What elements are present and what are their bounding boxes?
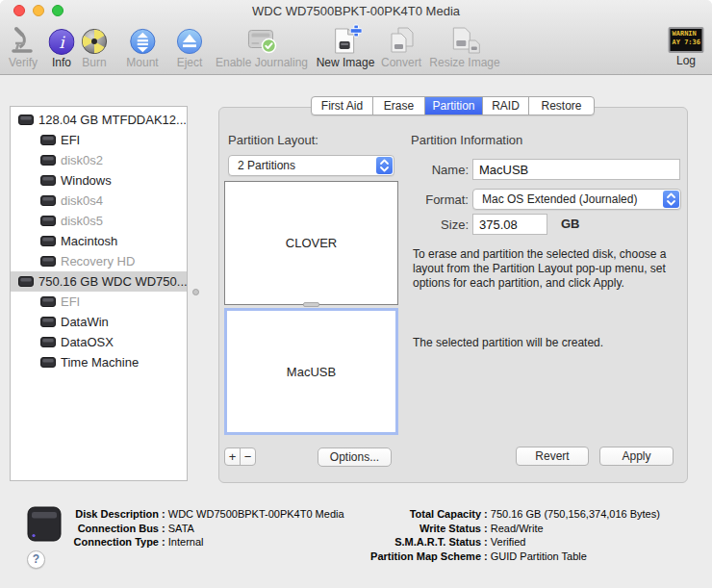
resize-image-icon: [429, 25, 499, 55]
tab-restore[interactable]: Restore: [528, 97, 594, 115]
add-partition-button[interactable]: +: [224, 447, 241, 466]
disk-info-row: Connection Bus : SATA: [0, 523, 344, 537]
tab-first-aid[interactable]: First Aid: [312, 97, 372, 115]
disk-info-label: Disk Description: [0, 508, 159, 523]
sidebar-item-efi[interactable]: EFI: [11, 130, 187, 150]
partition-resize-handle[interactable]: [303, 302, 319, 307]
toolbar-button-label: Mount: [126, 56, 158, 69]
revert-button[interactable]: Revert: [516, 447, 589, 466]
disk-icon: [18, 115, 34, 125]
toolbar-button-label: Convert: [381, 56, 421, 69]
disk-icon: [40, 216, 56, 226]
toolbar-convert-button[interactable]: Convert: [381, 25, 421, 69]
disk-info-label: Connection Type: [0, 536, 159, 550]
log-icon-text-line1: WARNIN: [673, 30, 700, 38]
mount-icon: [126, 25, 158, 55]
disk-info-separator: :: [159, 508, 168, 523]
partition-box-top[interactable]: CLOVER: [224, 181, 398, 305]
sidebar-item-disk0s2[interactable]: disk0s2: [11, 150, 187, 170]
toolbar-burn-button[interactable]: Burn: [81, 25, 108, 69]
tab-raid[interactable]: RAID: [482, 97, 528, 115]
partition-layout-select[interactable]: 2 Partitions: [228, 155, 394, 176]
apply-button[interactable]: Apply: [599, 447, 674, 466]
tab-bar: First AidErasePartitionRAIDRestore: [311, 96, 595, 115]
toolbar-enable-journaling-button[interactable]: Enable Journaling: [216, 25, 308, 69]
sidebar-item-label: EFI: [61, 133, 80, 147]
disk-info-value: Read/Write: [491, 523, 544, 537]
toolbar-button-label: Verify: [9, 56, 38, 69]
sidebar-item-windows[interactable]: Windows: [11, 170, 187, 191]
sidebar-item-datawin[interactable]: DataWin: [11, 312, 187, 332]
log-console-icon: WARNIN AY 7:36: [669, 27, 704, 53]
disk-info-row: Connection Type : Internal: [0, 536, 344, 550]
disk-info-value: 750.16 GB (750,156,374,016 Bytes): [491, 508, 660, 523]
tab-label: RAID: [492, 99, 520, 113]
format-label: Format:: [401, 192, 469, 207]
toolbar-log-label: Log: [669, 54, 704, 67]
sidebar-item-label: Macintosh: [61, 234, 117, 248]
disk-info-label: Total Capacity: [298, 508, 481, 523]
convert-icon: [381, 25, 421, 55]
sidebar-item-macintosh[interactable]: Macintosh: [11, 231, 187, 251]
toolbar-info-button[interactable]: iInfo: [49, 25, 75, 69]
toolbar-button-label: Info: [49, 56, 75, 69]
disk-info-value: SATA: [168, 523, 194, 537]
tab-label: Partition: [432, 99, 474, 113]
sidebar-item-disk0s5[interactable]: disk0s5: [11, 211, 187, 231]
sidebar-item-128-04-gb-mtfddak12[interactable]: 128.04 GB MTFDDAK12...: [11, 110, 187, 130]
sidebar-item-efi[interactable]: EFI: [11, 292, 187, 312]
journaling-icon: [216, 25, 308, 55]
toolbar-button-label: New Image: [317, 56, 375, 69]
disk-info-label: Connection Bus: [0, 523, 159, 537]
partition-name: CLOVER: [286, 236, 337, 250]
pane-splitter-handle[interactable]: [192, 289, 199, 295]
toolbar-verify-button[interactable]: Verify: [9, 25, 38, 69]
partition-size-input[interactable]: 375.08: [472, 214, 547, 235]
sidebar-item-label: DataWin: [61, 315, 109, 329]
disk-info-separator: :: [481, 508, 491, 523]
sidebar-item-recovery-hd[interactable]: Recovery HD: [11, 251, 187, 271]
sidebar-item-label: disk0s2: [61, 153, 103, 167]
help-button[interactable]: ?: [27, 550, 45, 569]
toolbar-resize-image-button[interactable]: Resize Image: [429, 25, 499, 69]
tab-partition[interactable]: Partition: [424, 97, 482, 115]
toolbar-button-label: Eject: [176, 56, 203, 69]
toolbar-eject-button[interactable]: Eject: [176, 25, 203, 69]
sidebar-item-label: 750.16 GB WDC WD750...: [38, 274, 188, 289]
name-label: Name:: [401, 163, 469, 177]
disk-info-label: S.M.A.R.T. Status: [298, 536, 481, 550]
disk-icon: [18, 276, 34, 287]
stepper-icon: [663, 191, 679, 208]
sidebar-item-label: 128.04 GB MTFDDAK12...: [38, 113, 187, 127]
partition-layout-value: 2 Partitions: [238, 156, 295, 175]
partition-status-text: The selected partition will be created.: [413, 336, 676, 349]
size-label: Size:: [401, 217, 469, 232]
disk-icon: [40, 296, 56, 307]
disk-info-row: Disk Description : WDC WD7500BPKT-00PK4T…: [0, 508, 344, 523]
format-select[interactable]: Mac OS Extended (Journaled): [472, 189, 681, 210]
partition-name-input[interactable]: MacUSB: [472, 159, 680, 180]
disk-icon: [40, 256, 56, 267]
sidebar-item-disk0s4[interactable]: disk0s4: [11, 191, 187, 211]
sidebar-item-label: Windows: [61, 173, 112, 188]
toolbar-log-button[interactable]: WARNIN AY 7:36 Log: [669, 25, 704, 67]
tab-erase[interactable]: Erase: [372, 97, 424, 115]
partition-box-bottom[interactable]: MacUSB: [224, 308, 398, 435]
sidebar-item-time-machine[interactable]: Time Machine: [11, 352, 187, 372]
sidebar-item-750-16-gb-wdc-wd750[interactable]: 750.16 GB WDC WD750...: [11, 271, 187, 292]
options-button[interactable]: Options...: [318, 447, 392, 467]
disk-info-row: S.M.A.R.T. Status : Verified: [298, 536, 660, 550]
toolbar-mount-button[interactable]: Mount: [126, 25, 158, 69]
remove-partition-button[interactable]: −: [240, 447, 256, 466]
toolbar-new-image-button[interactable]: New Image: [317, 25, 375, 69]
partition-information-title: Partition Information: [411, 133, 522, 147]
disk-info-row: Total Capacity : 750.16 GB (750,156,374,…: [298, 508, 660, 523]
toolbar-button-label: Burn: [81, 56, 108, 69]
new-image-icon: [317, 25, 375, 55]
sidebar-item-label: DataOSX: [61, 335, 114, 349]
eject-icon: [176, 25, 203, 55]
tab-label: First Aid: [321, 99, 363, 113]
sidebar-item-dataosx[interactable]: DataOSX: [11, 332, 187, 352]
disk-info-value: Verified: [491, 536, 526, 550]
sidebar-item-label: Recovery HD: [61, 254, 135, 268]
